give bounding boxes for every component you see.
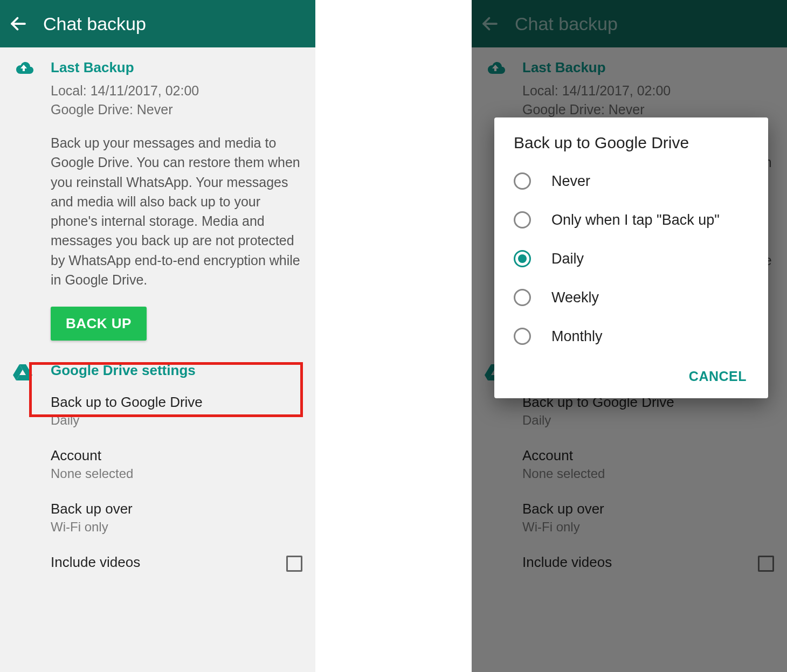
radio-option[interactable]: Weekly: [494, 278, 768, 317]
radio-option[interactable]: Never: [494, 162, 768, 200]
last-backup-gdrive: Google Drive: Never: [51, 100, 302, 119]
setting-title: Include videos: [51, 554, 140, 571]
appbar-title: Chat backup: [43, 13, 146, 34]
arrow-left-icon: [9, 14, 28, 33]
radio-option[interactable]: Daily: [494, 239, 768, 278]
radio-unselected-icon: [514, 172, 531, 190]
radio-label: Weekly: [551, 289, 599, 306]
backup-description: Back up your messages and media to Googl…: [51, 133, 302, 289]
screen-settings: Chat backup Last Backup Local: 14/11/201…: [0, 0, 315, 672]
radio-unselected-icon: [514, 211, 531, 228]
radio-label: Only when I tap "Back up": [551, 212, 720, 228]
backup-button[interactable]: BACK UP: [51, 307, 147, 341]
radio-label: Monthly: [551, 328, 603, 345]
radio-unselected-icon: [514, 289, 531, 306]
radio-selected-icon: [514, 250, 531, 267]
radio-unselected-icon: [514, 328, 531, 345]
last-backup-heading: Last Backup: [51, 59, 302, 76]
checkbox-unchecked[interactable]: [286, 556, 302, 572]
setting-title: Back up over: [51, 501, 302, 517]
red-highlight-box: [29, 362, 303, 417]
cancel-button[interactable]: CANCEL: [689, 369, 747, 384]
radio-label: Daily: [551, 251, 584, 267]
screen-dialog: Chat backup Last Backup Local: 14/11/201…: [472, 0, 787, 672]
content: Last Backup Local: 14/11/2017, 02:00 Goo…: [0, 47, 315, 583]
setting-title: Account: [51, 447, 302, 464]
setting-subtitle: None selected: [51, 466, 302, 481]
setting-backup-over[interactable]: Back up over Wi-Fi only: [51, 491, 302, 544]
setting-account[interactable]: Account None selected: [51, 438, 302, 491]
radio-option[interactable]: Monthly: [494, 317, 768, 356]
cloud-upload-icon: [13, 68, 34, 77]
appbar: Chat backup: [0, 0, 315, 47]
backup-frequency-dialog: Back up to Google Drive NeverOnly when I…: [494, 117, 768, 398]
radio-label: Never: [551, 173, 590, 190]
setting-include-videos[interactable]: Include videos: [51, 544, 302, 583]
back-button[interactable]: [9, 14, 28, 33]
radio-option[interactable]: Only when I tap "Back up": [494, 200, 768, 239]
dialog-title: Back up to Google Drive: [494, 134, 768, 162]
setting-subtitle: Wi-Fi only: [51, 519, 302, 535]
last-backup-local: Local: 14/11/2017, 02:00: [51, 81, 302, 100]
